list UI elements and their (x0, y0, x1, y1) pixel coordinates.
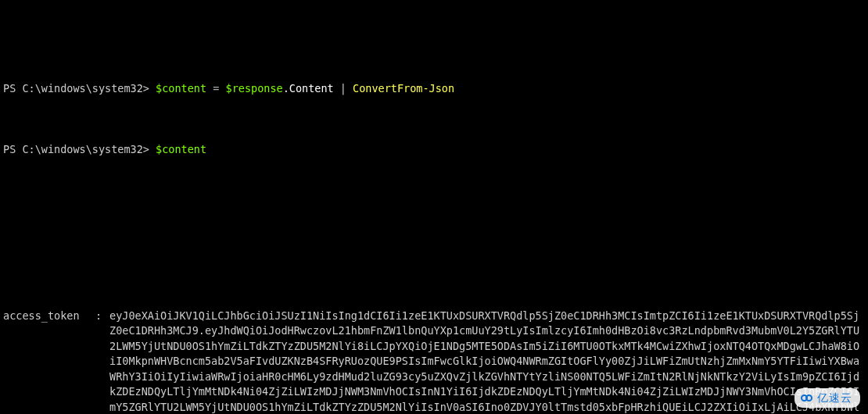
cmd-convertfrom-json: ConvertFrom-Json (353, 82, 454, 95)
ps-prompt: PS C:\windows\system32> (3, 82, 156, 95)
watermark-logo-icon (801, 394, 812, 402)
ps-prompt: PS C:\windows\system32> (3, 143, 156, 155)
equals-sign: = (206, 82, 225, 95)
property-content: .Content (283, 82, 334, 95)
pipe-operator: | (334, 82, 353, 95)
divider-line (3, 187, 868, 203)
var-response: $response (226, 82, 283, 95)
var-content: $content (156, 143, 206, 155)
output-block: access_token : eyJ0eXAiOiJKV1QiLCJhbGciO… (3, 262, 868, 414)
prompt-line-1[interactable]: PS C:\windows\system32> $content = $resp… (3, 81, 868, 97)
prompt-line-2[interactable]: PS C:\windows\system32> $content (3, 142, 868, 158)
key-access-token: access_token (3, 309, 95, 324)
var-content: $content (156, 82, 206, 95)
watermark-badge: 亿速云 (794, 388, 860, 409)
val-access-token: eyJ0eXAiOiJKV1QiLCJhbGciOiJSUzI1NiIsIng1… (109, 309, 863, 415)
watermark-text: 亿速云 (817, 391, 852, 406)
kv-separator: : (95, 309, 109, 324)
kv-access-token: access_token : eyJ0eXAiOiJKV1QiLCJhbGciO… (3, 309, 868, 415)
